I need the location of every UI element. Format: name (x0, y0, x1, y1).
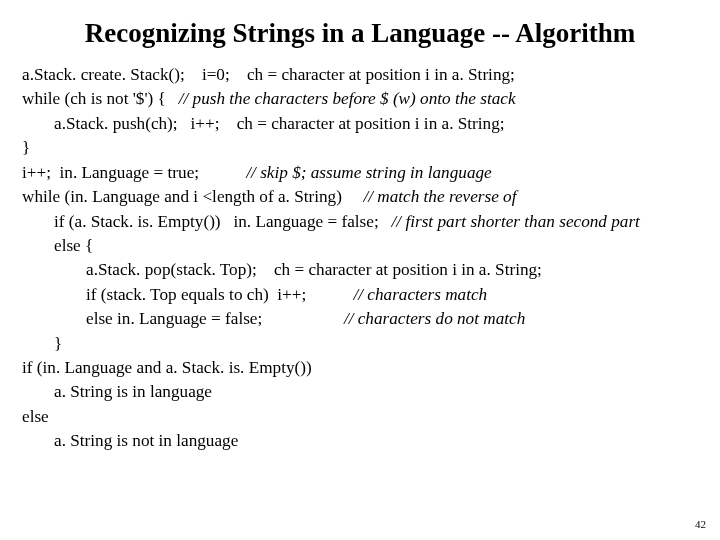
code-line: if (stack. Top equals to ch) i++; // cha… (22, 283, 698, 307)
code-line: else { (22, 234, 698, 258)
code-text: while (in. Language and i <length of a. … (22, 187, 363, 206)
comment-text: // first part shorter than second part (392, 212, 640, 231)
code-line: while (in. Language and i <length of a. … (22, 185, 698, 209)
code-line: } (22, 136, 698, 160)
code-line: a.Stack. push(ch); i++; ch = character a… (22, 112, 698, 136)
code-text: a.Stack. pop(stack. Top); ch = character… (86, 260, 542, 279)
comment-text: // characters match (354, 285, 488, 304)
code-text: else (22, 407, 49, 426)
code-text: else { (54, 236, 93, 255)
comment-text: // match the reverse of (363, 187, 516, 206)
comment-text: // push the characters before $ (w) onto… (179, 89, 516, 108)
algorithm-body: a.Stack. create. Stack(); i=0; ch = char… (22, 63, 698, 454)
code-text: a. String is not in language (54, 431, 238, 450)
code-line: while (ch is not '$') { // push the char… (22, 87, 698, 111)
code-line: a. String is not in language (22, 429, 698, 453)
code-line: if (in. Language and a. Stack. is. Empty… (22, 356, 698, 380)
code-line: else (22, 405, 698, 429)
code-line: a.Stack. pop(stack. Top); ch = character… (22, 258, 698, 282)
code-line: a.Stack. create. Stack(); i=0; ch = char… (22, 63, 698, 87)
code-text: i++; in. Language = true; (22, 163, 246, 182)
code-line: a. String is in language (22, 380, 698, 404)
code-text: a. String is in language (54, 382, 212, 401)
code-text: } (22, 138, 30, 157)
code-text: else in. Language = false; (86, 309, 344, 328)
code-text: if (in. Language and a. Stack. is. Empty… (22, 358, 312, 377)
comment-text: // skip $; assume string in language (246, 163, 491, 182)
code-text: if (stack. Top equals to ch) i++; (86, 285, 354, 304)
code-text: if (a. Stack. is. Empty()) in. Language … (54, 212, 392, 231)
code-line: i++; in. Language = true; // skip $; ass… (22, 161, 698, 185)
code-text: a.Stack. create. Stack(); i=0; ch = char… (22, 65, 515, 84)
code-line: } (22, 332, 698, 356)
code-text: while (ch is not '$') { (22, 89, 179, 108)
code-line: else in. Language = false; // characters… (22, 307, 698, 331)
page-number: 42 (695, 518, 706, 530)
code-text: a.Stack. push(ch); i++; ch = character a… (54, 114, 505, 133)
code-text: } (54, 334, 62, 353)
slide-title: Recognizing Strings in a Language -- Alg… (22, 18, 698, 49)
code-line: if (a. Stack. is. Empty()) in. Language … (22, 210, 698, 234)
comment-text: // characters do not match (344, 309, 525, 328)
